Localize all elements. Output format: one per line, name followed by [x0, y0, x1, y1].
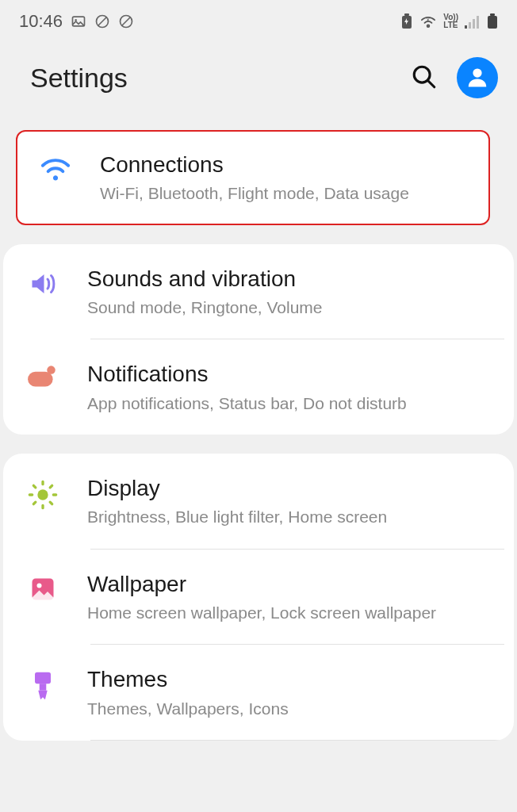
sound-icon: [24, 270, 62, 298]
settings-list: Connections Wi-Fi, Bluetooth, Flight mod…: [0, 130, 517, 741]
item-subtitle: Home screen wallpaper, Lock screen wallp…: [87, 602, 493, 623]
settings-item-display[interactable]: Display Brightness, Blue light filter, H…: [3, 454, 514, 549]
notifications-icon: [24, 365, 62, 389]
item-title: Themes: [87, 665, 493, 694]
item-body: Sounds and vibration Sound mode, Rington…: [87, 265, 493, 319]
status-bar: 10:46 Vo)) LTE: [0, 0, 517, 38]
item-subtitle: Themes, Wallpapers, Icons: [87, 698, 493, 719]
status-time: 10:46: [19, 11, 63, 32]
battery-icon: [487, 13, 498, 29]
settings-card-sound-notif: Sounds and vibration Sound mode, Rington…: [3, 244, 514, 435]
svg-point-16: [37, 489, 48, 500]
settings-card-display: Display Brightness, Blue light filter, H…: [3, 454, 514, 741]
svg-rect-8: [473, 19, 475, 29]
item-body: Connections Wi-Fi, Bluetooth, Flight mod…: [100, 151, 469, 205]
svg-rect-11: [490, 13, 495, 16]
volte-label: Vo)) LTE: [443, 13, 458, 29]
profile-button[interactable]: [457, 57, 498, 98]
status-right: Vo)) LTE: [400, 13, 498, 29]
page-title: Settings: [30, 63, 128, 94]
item-body: Wallpaper Home screen wallpaper, Lock sc…: [87, 570, 493, 624]
item-body: Notifications App notifications, Status …: [87, 360, 493, 414]
svg-rect-5: [404, 13, 409, 16]
item-subtitle: App notifications, Status bar, Do not di…: [87, 393, 493, 414]
item-title: Display: [87, 474, 493, 503]
item-title: Wallpaper: [87, 570, 493, 599]
svg-rect-19: [35, 672, 51, 684]
no-notif-icon: [94, 13, 110, 29]
settings-item-sounds[interactable]: Sounds and vibration Sound mode, Rington…: [3, 244, 514, 339]
status-left: 10:46: [19, 11, 134, 32]
svg-rect-14: [28, 372, 53, 387]
item-body: Display Brightness, Blue light filter, H…: [87, 474, 493, 528]
svg-rect-10: [488, 16, 497, 29]
item-subtitle: Brightness, Blue light filter, Home scre…: [87, 506, 493, 527]
item-subtitle: Sound mode, Ringtone, Volume: [87, 297, 493, 318]
item-title: Connections: [100, 151, 469, 179]
svg-point-15: [47, 366, 56, 375]
divider: [90, 740, 504, 741]
signal-icon: [465, 14, 481, 29]
item-title: Sounds and vibration: [87, 265, 493, 293]
item-body: Themes Themes, Wallpapers, Icons: [87, 665, 493, 719]
svg-rect-6: [465, 25, 467, 29]
wifi-icon: [36, 155, 75, 182]
settings-item-wallpaper[interactable]: Wallpaper Home screen wallpaper, Lock sc…: [3, 550, 514, 645]
svg-rect-20: [40, 684, 47, 691]
themes-icon: [24, 670, 62, 702]
header-actions: [411, 57, 498, 98]
wallpaper-icon: [24, 575, 62, 603]
settings-item-themes[interactable]: Themes Themes, Wallpapers, Icons: [3, 645, 514, 740]
person-icon: [465, 65, 489, 91]
wifi-status-icon: [419, 14, 437, 29]
svg-point-13: [473, 68, 481, 77]
search-icon: [411, 81, 438, 93]
header: Settings: [0, 38, 517, 130]
svg-rect-9: [477, 16, 479, 29]
item-subtitle: Wi-Fi, Bluetooth, Flight mode, Data usag…: [100, 182, 469, 204]
item-title: Notifications: [87, 360, 493, 389]
display-icon: [24, 479, 62, 511]
settings-item-notifications[interactable]: Notifications App notifications, Status …: [3, 339, 514, 435]
settings-item-connections[interactable]: Connections Wi-Fi, Bluetooth, Flight mod…: [16, 130, 490, 225]
settings-card-connections: Connections Wi-Fi, Bluetooth, Flight mod…: [16, 130, 490, 225]
search-button[interactable]: [411, 63, 438, 93]
image-icon: [71, 13, 86, 29]
svg-point-18: [37, 583, 42, 588]
svg-rect-7: [469, 22, 471, 29]
no-notif-icon-2: [118, 13, 134, 29]
battery-saver-icon: [400, 13, 413, 29]
